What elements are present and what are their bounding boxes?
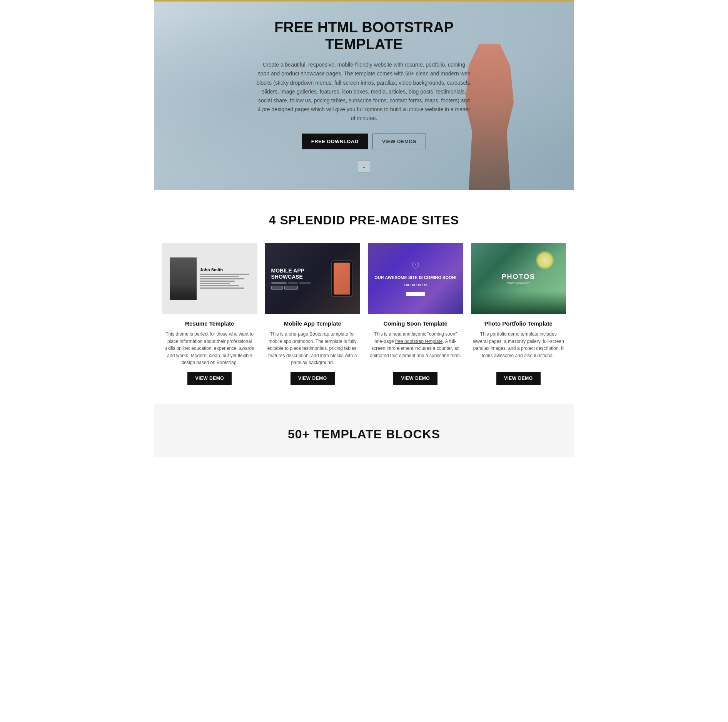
mobile-text-overlay: MOBILE APP SHOWCASE xyxy=(271,267,311,290)
templates-grid: John Smith Resume Template This theme is… xyxy=(162,243,566,385)
resume-preview-inner: John Smith xyxy=(167,246,252,311)
resume-view-demo-button[interactable]: VIEW DEMO xyxy=(187,372,232,385)
mobile-template-title: Mobile App Template xyxy=(284,320,341,327)
portfolio-preview: PHOTOS VIEW GALLERY xyxy=(471,243,566,314)
hero-title: FREE HTML BOOTSTRAP TEMPLATE xyxy=(256,19,472,53)
resume-template-desc: This theme is perfect for those who want… xyxy=(162,331,257,366)
premade-section: 4 SPLENDID PRE-MADE SITES John Smith xyxy=(154,190,574,404)
mobile-view-demo-button[interactable]: VIEW DEMO xyxy=(291,372,335,385)
template-card-portfolio: PHOTOS VIEW GALLERY Photo Portfolio Temp… xyxy=(471,243,566,385)
resume-line-5 xyxy=(200,283,229,284)
resume-name: John Smith xyxy=(200,267,249,272)
heart-icon: ♡ xyxy=(411,261,420,272)
hero-description: Create a beautiful, responsive, mobile-f… xyxy=(256,60,472,123)
mobile-preview-text: MOBILE APP SHOWCASE xyxy=(271,267,311,280)
sun-shape xyxy=(535,251,554,270)
portfolio-text-overlay: PHOTOS VIEW GALLERY xyxy=(501,273,535,284)
portfolio-template-desc: This portfolio demo template includes se… xyxy=(471,331,566,359)
portfolio-view-demo-button[interactable]: VIEW DEMO xyxy=(496,372,541,385)
countdown-row: 318 : 10 : 18 : 57 xyxy=(404,283,427,287)
portfolio-subtitle: VIEW GALLERY xyxy=(501,281,535,284)
resume-line-4 xyxy=(200,281,234,282)
template-card-coming-soon: ♡ OUR AWESOME SITE IS COMING SOON! 318 :… xyxy=(368,243,463,385)
template-card-resume: John Smith Resume Template This theme is… xyxy=(162,243,257,385)
blocks-section-title: 50+ TEMPLATE BLOCKS xyxy=(162,427,566,441)
hero-buttons: FREE DOWNLOAD VIEW DEMOS xyxy=(256,134,472,149)
coming-soon-link[interactable]: free bootstrap template xyxy=(395,339,442,344)
resume-line-6 xyxy=(200,285,239,286)
hero-section: FREE HTML BOOTSTRAP TEMPLATE Create a be… xyxy=(154,2,574,190)
scroll-down-button[interactable]: ⌄ xyxy=(358,160,370,172)
resume-line-3 xyxy=(200,278,244,279)
free-download-button[interactable]: FREE DOWNLOAD xyxy=(302,134,368,149)
chevron-down-icon: ⌄ xyxy=(362,163,366,169)
coming-soon-template-title: Coming Soon Template xyxy=(384,320,447,327)
mobile-preview: MOBILE APP SHOWCASE xyxy=(265,243,361,314)
view-demos-button[interactable]: VIEW DEMOS xyxy=(372,134,426,149)
portfolio-template-title: Photo Portfolio Template xyxy=(484,320,553,327)
portfolio-title: PHOTOS xyxy=(501,273,535,281)
resume-preview: John Smith xyxy=(162,243,257,314)
resume-text-block: John Smith xyxy=(200,267,249,290)
mobile-phone-shape xyxy=(331,260,352,297)
resume-line-1 xyxy=(200,274,249,275)
resume-line-7 xyxy=(200,287,244,289)
coming-soon-view-demo-button[interactable]: VIEW DEMO xyxy=(393,372,437,385)
coming-soon-template-desc: This is a neat and laconic "coming soon"… xyxy=(368,331,463,359)
hero-content: FREE HTML BOOTSTRAP TEMPLATE Create a be… xyxy=(249,19,479,172)
blocks-section: 50+ TEMPLATE BLOCKS xyxy=(154,404,574,457)
template-card-mobile: MOBILE APP SHOWCASE Mobile App Templa xyxy=(265,243,361,385)
premade-section-title: 4 SPLENDID PRE-MADE SITES xyxy=(162,213,566,227)
coming-soon-text: OUR AWESOME SITE IS COMING SOON! xyxy=(374,275,456,280)
resume-photo xyxy=(170,257,197,300)
resume-template-title: Resume Template xyxy=(185,320,234,327)
mobile-template-desc: This is a one-page Bootstrap template fo… xyxy=(265,331,361,366)
resume-line-2 xyxy=(200,276,239,277)
coming-soon-preview: ♡ OUR AWESOME SITE IS COMING SOON! 318 :… xyxy=(368,243,463,314)
